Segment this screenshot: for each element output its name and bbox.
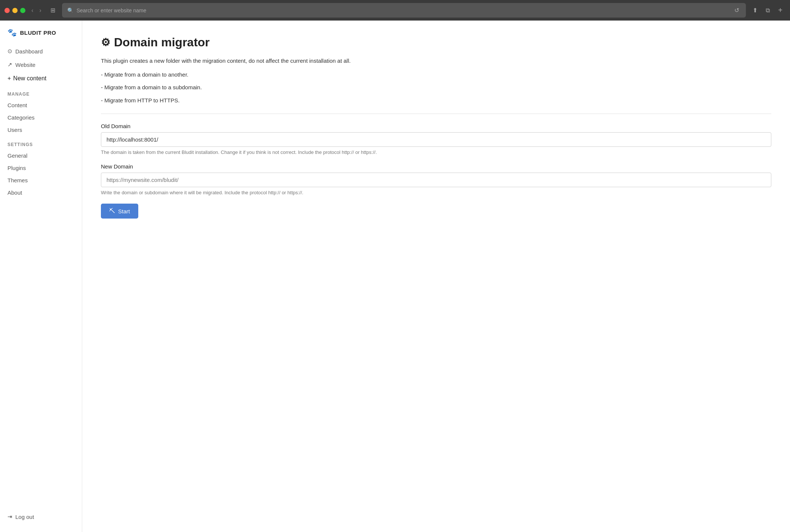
sidebar-item-themes[interactable]: Themes: [0, 174, 82, 186]
sidebar-item-content[interactable]: Content: [0, 99, 82, 111]
sidebar-item-dashboard[interactable]: ⊙ Dashboard: [0, 44, 82, 58]
website-icon: ↗: [7, 61, 12, 68]
start-button-label: Start: [118, 208, 130, 214]
sidebar-item-about[interactable]: About: [0, 186, 82, 199]
sidebar-item-users[interactable]: Users: [0, 124, 82, 136]
new-domain-label: New Domain: [101, 163, 771, 170]
traffic-lights: [4, 8, 25, 13]
sidebar-website-label: Website: [15, 62, 36, 68]
app-container: 🐾 BLUDIT PRO ⊙ Dashboard ↗ Website + New…: [0, 21, 790, 532]
brand: 🐾 BLUDIT PRO: [0, 28, 82, 44]
close-window-button[interactable]: [4, 8, 10, 13]
browser-actions: ⬆ ⧉ +: [750, 4, 786, 16]
dashboard-icon: ⊙: [7, 48, 12, 55]
new-domain-hint: Write the domain or subdomain where it w…: [101, 189, 771, 196]
logout-button[interactable]: ⇥ Log out: [0, 509, 82, 525]
brand-name: BLUDIT PRO: [20, 30, 56, 36]
start-icon: ⛏: [109, 208, 115, 214]
old-domain-input[interactable]: [101, 132, 771, 147]
address-bar: 🔍 ↺: [62, 3, 746, 18]
feature-item-3: - Migrate from HTTP to HTTPS.: [101, 96, 771, 105]
page-title-text: Domain migrator: [114, 35, 210, 49]
sidebar: 🐾 BLUDIT PRO ⊙ Dashboard ↗ Website + New…: [0, 21, 82, 532]
sidebar-item-website[interactable]: ↗ Website: [0, 58, 82, 71]
new-domain-group: New Domain Write the domain or subdomain…: [101, 163, 771, 196]
nav-buttons: ‹ ›: [29, 6, 44, 15]
minimize-window-button[interactable]: [12, 8, 18, 13]
sidebar-item-general[interactable]: General: [0, 149, 82, 162]
maximize-window-button[interactable]: [20, 8, 25, 13]
new-domain-input[interactable]: [101, 173, 771, 187]
feature-list: - Migrate from a domain to another. - Mi…: [101, 71, 771, 105]
browser-chrome: ‹ › ⊞ 🔍 ↺ ⬆ ⧉ +: [0, 0, 790, 21]
sidebar-item-new-content[interactable]: + New content: [0, 71, 82, 86]
manage-section-label: MANAGE: [0, 86, 82, 99]
sidebar-toggle-button[interactable]: ⊞: [47, 5, 58, 15]
feature-item-1: - Migrate from a domain to another.: [101, 71, 771, 79]
brand-icon: 🐾: [7, 28, 17, 37]
gear-icon: ⚙: [101, 36, 110, 49]
start-button[interactable]: ⛏ Start: [101, 204, 138, 219]
search-icon: 🔍: [67, 7, 74, 13]
old-domain-hint: The domain is taken from the current Blu…: [101, 149, 771, 156]
main-content: ⚙ Domain migrator This plugin creates a …: [82, 21, 790, 532]
old-domain-group: Old Domain The domain is taken from the …: [101, 123, 771, 156]
sidebar-dashboard-label: Dashboard: [15, 48, 43, 55]
forward-button[interactable]: ›: [37, 6, 43, 15]
logout-label: Log out: [15, 514, 34, 520]
sidebar-spacer: [0, 199, 82, 509]
back-button[interactable]: ‹: [29, 6, 36, 15]
page-title: ⚙ Domain migrator: [101, 35, 771, 49]
new-content-label: New content: [13, 75, 46, 82]
add-tab-button[interactable]: +: [775, 4, 786, 16]
tab-manager-button[interactable]: ⧉: [763, 4, 773, 16]
sidebar-item-plugins[interactable]: Plugins: [0, 162, 82, 174]
reload-button[interactable]: ↺: [733, 5, 741, 15]
share-button[interactable]: ⬆: [750, 4, 760, 16]
page-description: This plugin creates a new folder with th…: [101, 57, 771, 65]
address-input[interactable]: [77, 7, 730, 13]
settings-section-label: SETTINGS: [0, 136, 82, 149]
logout-icon: ⇥: [7, 513, 12, 520]
sidebar-item-categories[interactable]: Categories: [0, 111, 82, 124]
old-domain-label: Old Domain: [101, 123, 771, 129]
section-divider: [101, 114, 771, 114]
plus-icon: +: [7, 75, 11, 82]
feature-item-2: - Migrate from a domain to a subdomain.: [101, 83, 771, 92]
